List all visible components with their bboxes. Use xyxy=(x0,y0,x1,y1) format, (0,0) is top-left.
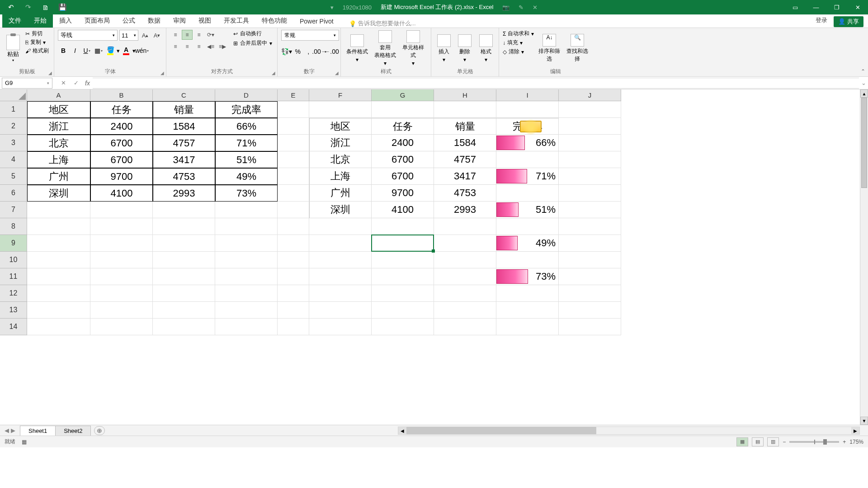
cell-G5[interactable]: 6700 xyxy=(372,168,434,185)
cell-styles-button[interactable]: 单元格样式▾ xyxy=(401,30,426,67)
cell-H4[interactable]: 4757 xyxy=(434,151,496,168)
cell-A8[interactable] xyxy=(27,218,90,235)
cell-D12[interactable] xyxy=(215,285,278,302)
cell-B14[interactable] xyxy=(90,319,153,335)
font-name-select[interactable]: 等线▾ xyxy=(58,30,118,41)
share-button[interactable]: 👤 共享 xyxy=(834,16,863,27)
cell-E7[interactable] xyxy=(278,202,309,218)
row-header-7[interactable]: 7 xyxy=(0,202,27,218)
camera-icon[interactable]: 📷 xyxy=(502,4,509,11)
cell-A14[interactable] xyxy=(27,319,90,335)
cell-D5[interactable]: 49% xyxy=(215,168,278,185)
cell-A10[interactable] xyxy=(27,252,90,268)
cell-J10[interactable] xyxy=(559,252,621,268)
tell-me[interactable]: 💡 告诉我您想要做什么... xyxy=(349,19,416,28)
tab-developer[interactable]: 开发工具 xyxy=(217,14,255,28)
cell-C12[interactable] xyxy=(153,285,215,302)
cell-J13[interactable] xyxy=(559,302,621,319)
cell-J12[interactable] xyxy=(559,285,621,302)
cell-F9[interactable] xyxy=(309,235,372,252)
row-header-14[interactable]: 14 xyxy=(0,319,27,335)
cell-J9[interactable] xyxy=(559,235,621,252)
horizontal-scrollbar[interactable]: ◀ ▶ xyxy=(398,427,860,435)
sheet-nav-prev-icon[interactable]: ◀ xyxy=(5,427,9,434)
cell-I6[interactable]: 49% xyxy=(496,235,559,252)
copy-button[interactable]: ⎘ 复制 ▾ xyxy=(25,38,49,46)
phonetic-button[interactable]: wén▾ xyxy=(137,45,147,56)
cell-I4[interactable]: 71% xyxy=(496,168,559,185)
cell-E5[interactable] xyxy=(278,168,309,185)
col-header-G[interactable]: G xyxy=(372,89,434,101)
pencil-icon[interactable]: ✎ xyxy=(519,4,524,11)
collapse-ribbon-icon[interactable]: ⌃ xyxy=(861,68,865,75)
sheet-nav-next-icon[interactable]: ▶ xyxy=(11,427,15,434)
cell-F12[interactable] xyxy=(309,285,372,302)
cell-A9[interactable] xyxy=(27,235,90,252)
cell-A2[interactable]: 浙江 xyxy=(27,118,90,135)
cell-E1[interactable] xyxy=(278,101,309,118)
cell-E6[interactable] xyxy=(278,185,309,202)
italic-button[interactable]: I xyxy=(70,45,80,56)
page-break-view-button[interactable]: ▥ xyxy=(767,437,779,446)
cell-F11[interactable] xyxy=(309,268,372,285)
row-header-3[interactable]: 3 xyxy=(0,135,27,151)
align-right-button[interactable]: ≡ xyxy=(193,42,204,52)
cell-D6[interactable]: 73% xyxy=(215,185,278,202)
cell-B11[interactable] xyxy=(90,268,153,285)
qat-more-icon[interactable]: ▾ xyxy=(330,4,334,11)
bold-button[interactable]: B xyxy=(58,45,69,56)
cell-D4[interactable]: 51% xyxy=(215,151,278,168)
scroll-thumb-v[interactable] xyxy=(861,98,867,188)
font-launcher-icon[interactable]: ◢ xyxy=(160,70,164,75)
font-color-button[interactable]: A xyxy=(121,45,132,56)
number-launcher-icon[interactable]: ◢ xyxy=(335,70,339,75)
scroll-left-button[interactable]: ◀ xyxy=(398,427,406,434)
number-format-select[interactable]: 常规▾ xyxy=(281,30,339,41)
col-header-I[interactable]: I xyxy=(496,89,559,101)
tab-data[interactable]: 数据 xyxy=(142,14,167,28)
scroll-right-button[interactable]: ▶ xyxy=(851,427,859,434)
enter-formula-button[interactable]: ✓ xyxy=(71,78,81,89)
cell-F5[interactable]: 上海 xyxy=(309,168,372,185)
cell-G14[interactable] xyxy=(372,319,434,335)
cell-C3[interactable]: 4757 xyxy=(153,135,215,151)
cell-I5[interactable]: 51% xyxy=(496,202,559,218)
align-bottom-button[interactable]: ≡ xyxy=(193,30,204,40)
cell-J3[interactable] xyxy=(559,135,621,151)
col-header-D[interactable]: D xyxy=(215,89,278,101)
decrease-decimal-button[interactable]: ←.00 xyxy=(326,46,337,57)
format-as-table-button[interactable]: 套用 表格格式▾ xyxy=(373,30,398,67)
cell-G11[interactable] xyxy=(372,268,434,285)
col-header-A[interactable]: A xyxy=(27,89,90,101)
cell-I4[interactable] xyxy=(496,151,559,168)
cell-C1[interactable]: 销量 xyxy=(153,101,215,118)
cell-B1[interactable]: 任务 xyxy=(90,101,153,118)
cell-F3[interactable]: 浙江 xyxy=(309,135,372,151)
align-top-button[interactable]: ≡ xyxy=(170,30,181,40)
tab-insert[interactable]: 插入 xyxy=(53,14,78,28)
cell-E9[interactable] xyxy=(278,235,309,252)
row-header-8[interactable]: 8 xyxy=(0,218,27,235)
cell-I8[interactable] xyxy=(496,218,559,235)
zoom-out-button[interactable]: − xyxy=(783,439,786,445)
cell-D14[interactable] xyxy=(215,319,278,335)
cell-C5[interactable]: 4753 xyxy=(153,168,215,185)
align-middle-button[interactable]: ≡ xyxy=(182,30,193,40)
cell-B13[interactable] xyxy=(90,302,153,319)
cell-A7[interactable] xyxy=(27,202,90,218)
cell-G3[interactable]: 2400 xyxy=(372,135,434,151)
cell-A5[interactable]: 广州 xyxy=(27,168,90,185)
autosum-button[interactable]: Σ 自动求和 ▾ xyxy=(503,30,534,38)
cell-D11[interactable] xyxy=(215,268,278,285)
cell-A6[interactable]: 深圳 xyxy=(27,185,90,202)
tab-view[interactable]: 视图 xyxy=(192,14,217,28)
cell-F2[interactable]: 地区 xyxy=(309,118,372,135)
tab-powerpivot[interactable]: Power Pivot xyxy=(293,15,340,28)
row-header-6[interactable]: 6 xyxy=(0,185,27,202)
vertical-scrollbar[interactable]: ▲ ▼ xyxy=(860,89,868,425)
save-button[interactable]: 💾 xyxy=(56,1,69,14)
cut-button[interactable]: ✂ 剪切 xyxy=(25,30,49,38)
insert-cells-button[interactable]: 插入▾ xyxy=(435,30,453,67)
row-header-11[interactable]: 11 xyxy=(0,268,27,285)
zoom-level[interactable]: 175% xyxy=(849,439,863,445)
